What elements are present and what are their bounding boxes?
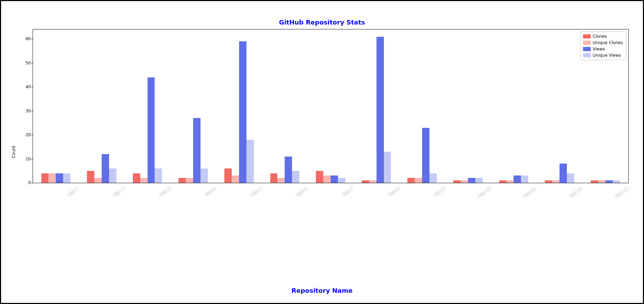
- legend-swatch: [583, 34, 591, 39]
- bar: [186, 178, 193, 183]
- legend-label: Views: [593, 47, 605, 51]
- x-tick-label: repo-1: [42, 186, 80, 214]
- bar: [323, 175, 331, 183]
- bar: [591, 180, 598, 183]
- bar: [224, 168, 232, 183]
- plot-area: ClonesUnique ClonesViewsUnique Views 010…: [33, 29, 629, 183]
- bar: [102, 154, 109, 183]
- bar: [453, 180, 461, 183]
- legend-label: Clones: [593, 34, 607, 39]
- x-tick-label: repo-2: [88, 186, 126, 214]
- bar: [377, 37, 384, 183]
- bar: [521, 175, 528, 183]
- bar: [232, 175, 239, 183]
- bar: [285, 157, 292, 183]
- bar: [407, 178, 415, 183]
- bar: [277, 178, 285, 183]
- bar: [201, 168, 208, 183]
- legend-item: Unique Views: [583, 52, 623, 58]
- x-tick-label: repo-5: [225, 186, 263, 214]
- y-tick: 40: [19, 84, 31, 89]
- bar: [567, 173, 574, 183]
- bar: [598, 180, 605, 183]
- bar: [605, 180, 613, 183]
- bar: [499, 180, 507, 183]
- bar: [415, 178, 422, 183]
- x-tick-label: repo-13: [592, 186, 629, 214]
- bar: [545, 180, 552, 183]
- bar: [63, 173, 70, 183]
- bar: [109, 168, 116, 183]
- bar: [87, 171, 94, 183]
- x-tick-label: repo-6: [271, 186, 309, 214]
- y-tick: 0: [19, 180, 31, 185]
- chart-title: GitHub Repository Stats: [1, 19, 643, 26]
- legend-item: Views: [583, 46, 623, 52]
- bar: [193, 118, 201, 183]
- bar: [338, 178, 345, 183]
- bar: [94, 178, 102, 183]
- bar: [560, 164, 567, 183]
- x-tick-label: repo-9: [409, 186, 446, 214]
- bar: [140, 178, 148, 183]
- y-tick: 20: [19, 132, 31, 137]
- legend-swatch: [583, 41, 591, 45]
- legend-item: Unique Clones: [583, 40, 623, 46]
- chart-frame: GitHub Repository Stats Count Repository…: [0, 0, 644, 304]
- legend-label: Unique Clones: [593, 40, 623, 45]
- legend-swatch: [583, 47, 591, 51]
- bar: [468, 178, 475, 183]
- bar: [316, 171, 323, 183]
- bar: [331, 175, 338, 183]
- bar: [507, 180, 514, 183]
- y-tick: 30: [19, 109, 31, 113]
- bar: [461, 180, 468, 183]
- bar: [155, 168, 162, 183]
- bar: [429, 173, 437, 183]
- bar: [613, 180, 620, 183]
- bar: [369, 180, 377, 183]
- y-tick: 60: [19, 36, 31, 41]
- legend-label: Unique Views: [593, 53, 621, 58]
- bar: [239, 41, 246, 183]
- x-tick-label: repo-4: [180, 186, 217, 214]
- y-tick: 10: [19, 157, 31, 161]
- bar: [552, 180, 560, 183]
- y-tick: 50: [19, 61, 31, 65]
- legend-swatch: [583, 53, 591, 57]
- legend-item: Clones: [583, 33, 623, 40]
- x-tick-label: repo-7: [317, 186, 354, 214]
- bar: [384, 152, 391, 183]
- x-tick-label: repo-8: [363, 186, 400, 214]
- x-axis-label: Repository Name: [1, 287, 643, 294]
- bar: [475, 178, 483, 183]
- bar: [292, 171, 299, 183]
- bar: [148, 77, 155, 183]
- bar: [133, 173, 140, 183]
- bar: [362, 180, 369, 183]
- x-tick-label: repo-12: [546, 186, 583, 214]
- bar: [246, 140, 254, 183]
- bar: [422, 128, 429, 183]
- x-tick-label: repo-3: [134, 186, 171, 214]
- x-tick-label: repo-11: [500, 186, 537, 214]
- bar: [270, 173, 278, 183]
- bar: [41, 173, 49, 183]
- legend: ClonesUnique ClonesViewsUnique Views: [581, 32, 626, 60]
- bar: [48, 173, 56, 183]
- x-tick-label: repo-10: [455, 186, 492, 214]
- bar: [514, 175, 521, 183]
- bar: [178, 178, 186, 183]
- y-axis-label: Count: [11, 146, 16, 158]
- bar: [56, 173, 63, 183]
